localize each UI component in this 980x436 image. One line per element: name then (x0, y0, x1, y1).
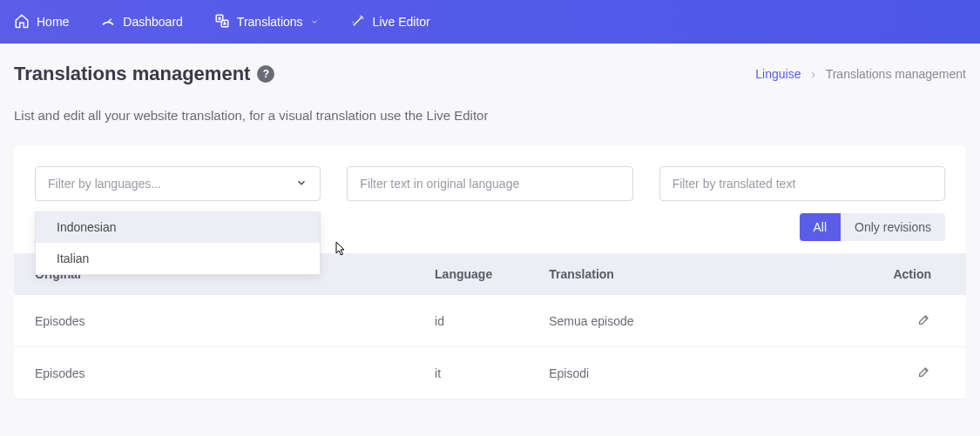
edit-icon[interactable] (917, 367, 931, 381)
dropdown-option-italian[interactable]: Italian (36, 243, 320, 274)
page-body: Translations management ? Linguise › Tra… (0, 44, 980, 399)
top-nav: Home Dashboard Translations Live Editor (0, 0, 980, 44)
breadcrumb-current: Translations management (826, 67, 966, 81)
cell-language: it (414, 347, 528, 399)
language-filter[interactable] (35, 166, 321, 201)
revision-toggle: All Only revisions (800, 213, 945, 241)
chevron-down-icon (295, 177, 308, 191)
col-action: Action (871, 253, 966, 295)
breadcrumb-root[interactable]: Linguise (755, 67, 801, 81)
cell-translation: Episodi (528, 347, 870, 399)
wand-icon (350, 13, 366, 31)
nav-translations[interactable]: Translations (211, 8, 322, 37)
original-text-filter[interactable] (347, 166, 632, 201)
edit-icon[interactable] (917, 315, 931, 329)
col-language: Language (414, 253, 528, 295)
dropdown-option-indonesian[interactable]: Indonesian (36, 211, 320, 243)
page-title: Translations management ? (14, 63, 274, 85)
language-dropdown: Indonesian Italian (35, 211, 321, 275)
cell-translation: Semua episode (528, 295, 870, 347)
nav-home[interactable]: Home (10, 8, 72, 37)
nav-live-editor-label: Live Editor (373, 15, 430, 29)
table-row: Episodes id Semua episode (14, 295, 966, 347)
translate-icon (214, 13, 230, 31)
help-icon[interactable]: ? (257, 65, 274, 83)
original-text-input[interactable] (360, 177, 619, 191)
nav-dashboard[interactable]: Dashboard (97, 8, 186, 37)
cell-action (871, 295, 966, 347)
page-subtitle: List and edit all your website translati… (14, 108, 966, 123)
page-header: Translations management ? Linguise › Tra… (14, 63, 966, 85)
translated-text-input[interactable] (672, 177, 932, 191)
nav-live-editor[interactable]: Live Editor (347, 8, 434, 37)
page-title-text: Translations management (14, 63, 250, 85)
breadcrumb-separator: › (811, 67, 815, 81)
col-translation: Translation (528, 253, 870, 295)
nav-dashboard-label: Dashboard (123, 15, 183, 29)
filter-row: Indonesian Italian (14, 145, 966, 201)
cell-original: Episodes (14, 347, 414, 399)
language-filter-input[interactable] (48, 177, 295, 191)
cell-action (871, 347, 966, 399)
nav-home-label: Home (37, 15, 69, 29)
chevron-down-icon (310, 15, 319, 29)
toggle-only-revisions[interactable]: Only revisions (841, 213, 945, 241)
content-card: Indonesian Italian All Only revisions Or… (14, 145, 966, 399)
translated-text-filter[interactable] (659, 166, 945, 201)
breadcrumb: Linguise › Translations management (755, 67, 966, 81)
cell-original: Episodes (14, 295, 414, 347)
home-icon (14, 13, 30, 31)
table-row: Episodes it Episodi (14, 347, 966, 399)
translations-table: Original Language Translation Action Epi… (14, 253, 966, 399)
cell-language: id (414, 295, 528, 347)
nav-translations-label: Translations (237, 15, 303, 29)
toggle-all[interactable]: All (800, 213, 841, 241)
gauge-icon (100, 13, 116, 31)
